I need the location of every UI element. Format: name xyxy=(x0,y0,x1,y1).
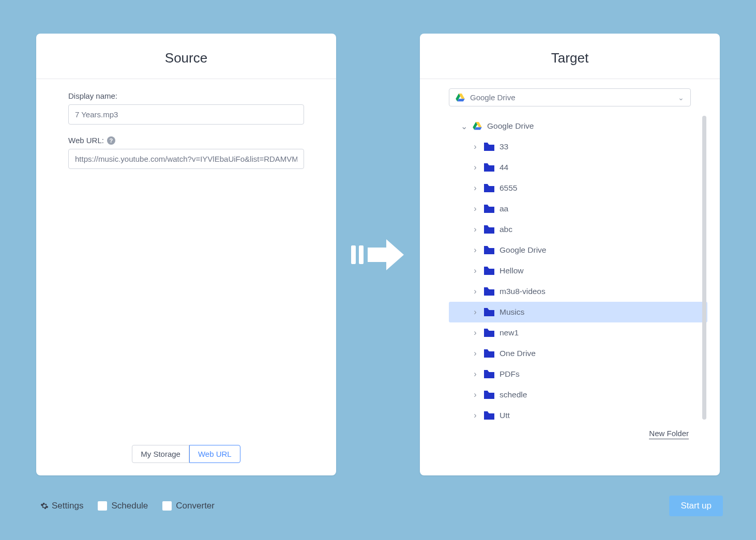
tree-folder[interactable]: › Hellow xyxy=(449,260,707,281)
checkbox-icon xyxy=(98,501,107,511)
folder-icon xyxy=(484,205,494,213)
tree-folder[interactable]: › aa xyxy=(449,198,707,219)
target-title: Target xyxy=(420,50,720,66)
folder-icon xyxy=(484,329,494,337)
start-up-button[interactable]: Start up xyxy=(669,496,723,516)
source-header: Source xyxy=(36,34,336,79)
arrow-right-icon xyxy=(368,238,405,271)
transfer-arrow xyxy=(351,238,405,271)
target-header: Target xyxy=(420,34,720,79)
checkbox-icon xyxy=(162,501,172,511)
tree-folder-selected[interactable]: › Musics xyxy=(449,302,707,322)
folder-icon xyxy=(484,391,494,399)
schedule-checkbox[interactable]: Schedule xyxy=(98,501,148,511)
help-icon[interactable]: ? xyxy=(107,136,115,145)
pause-bars-icon xyxy=(351,245,364,264)
settings-link[interactable]: Settings xyxy=(40,501,83,511)
tree-folder-label: One Drive xyxy=(500,349,536,358)
gear-icon xyxy=(40,502,49,510)
tree-folder[interactable]: › 44 xyxy=(449,157,707,178)
chevron-right-icon: › xyxy=(472,163,479,172)
tree-folder[interactable]: › abc xyxy=(449,219,707,240)
folder-icon xyxy=(484,163,494,172)
folder-icon xyxy=(484,225,494,234)
chevron-down-icon: ⌄ xyxy=(460,121,467,131)
tab-web-url[interactable]: Web URL xyxy=(189,445,240,463)
folder-icon xyxy=(484,411,494,420)
tree-folder-label: schedle xyxy=(500,390,527,399)
display-name-label: Display name: xyxy=(68,91,304,100)
chevron-right-icon: › xyxy=(472,349,479,358)
chevron-right-icon: › xyxy=(472,225,479,234)
schedule-label: Schedule xyxy=(111,501,148,511)
tree-folder[interactable]: › Utt xyxy=(449,405,707,420)
chevron-right-icon: › xyxy=(472,287,479,296)
tree-folder-label: PDFs xyxy=(500,369,520,379)
tree-folder-label: aa xyxy=(500,204,508,213)
chevron-right-icon: › xyxy=(472,411,479,420)
folder-tree: ⌄ Google Drive › 33 › xyxy=(449,116,707,420)
new-folder-button[interactable]: New Folder xyxy=(649,429,689,439)
chevron-right-icon: › xyxy=(472,369,479,379)
tree-folder[interactable]: › Google Drive xyxy=(449,240,707,260)
web-url-label: Web URL: ? xyxy=(68,136,304,145)
tree-root-label: Google Drive xyxy=(487,121,534,131)
tree-folder[interactable]: › m3u8-videos xyxy=(449,281,707,302)
tab-my-storage[interactable]: My Storage xyxy=(132,445,189,463)
chevron-right-icon: › xyxy=(472,390,479,399)
tree-folder-label: m3u8-videos xyxy=(500,287,546,296)
tree-folder-label: Hellow xyxy=(500,266,524,275)
drive-select[interactable]: Google Drive ⌄ xyxy=(449,88,691,106)
chevron-right-icon: › xyxy=(472,328,479,337)
gdrive-icon xyxy=(456,94,465,102)
source-title: Source xyxy=(36,50,336,66)
web-url-label-text: Web URL: xyxy=(68,136,104,145)
settings-label: Settings xyxy=(52,501,83,511)
folder-icon xyxy=(484,184,494,192)
chevron-right-icon: › xyxy=(472,204,479,213)
tree-folder-label: Google Drive xyxy=(500,245,546,255)
chevron-right-icon: › xyxy=(472,266,479,275)
converter-checkbox[interactable]: Converter xyxy=(162,501,215,511)
chevron-right-icon: › xyxy=(472,245,479,255)
tree-folder[interactable]: › 33 xyxy=(449,136,707,157)
tree-folder[interactable]: › new1 xyxy=(449,322,707,343)
web-url-input[interactable] xyxy=(68,149,304,169)
folder-icon xyxy=(484,267,494,275)
display-name-input[interactable] xyxy=(68,104,304,125)
tree-folder[interactable]: › PDFs xyxy=(449,364,707,384)
drive-select-label: Google Drive xyxy=(470,93,516,102)
tree-folder[interactable]: › schedle xyxy=(449,384,707,405)
tree-folder-label: new1 xyxy=(500,328,519,337)
tree-folder-label: Musics xyxy=(500,307,524,317)
chevron-right-icon: › xyxy=(472,183,479,193)
folder-icon xyxy=(484,308,494,316)
tree-folder-label: 33 xyxy=(500,142,508,151)
gdrive-icon xyxy=(473,122,482,130)
chevron-down-icon: ⌄ xyxy=(678,94,684,102)
tree-folder-label: Utt xyxy=(500,411,510,420)
folder-icon xyxy=(484,143,494,151)
tree-folder[interactable]: › One Drive xyxy=(449,343,707,364)
tree-folder-label: 6555 xyxy=(500,183,517,193)
footer: Settings Schedule Converter Start up xyxy=(40,496,723,516)
scrollbar-thumb[interactable] xyxy=(702,116,706,420)
tree-root[interactable]: ⌄ Google Drive xyxy=(449,116,707,136)
tree-folder-label: abc xyxy=(500,225,512,234)
converter-label: Converter xyxy=(176,501,215,511)
tree-folder[interactable]: › 6555 xyxy=(449,178,707,198)
folder-icon xyxy=(484,349,494,358)
folder-icon xyxy=(484,246,494,254)
source-panel: Source Display name: Web URL: ? My Stora… xyxy=(36,34,336,475)
chevron-right-icon: › xyxy=(472,307,479,317)
scrollbar[interactable] xyxy=(702,116,707,420)
target-panel: Target Google Drive ⌄ ⌄ xyxy=(420,34,720,475)
chevron-right-icon: › xyxy=(472,142,479,151)
tree-folder-label: 44 xyxy=(500,163,508,172)
folder-icon xyxy=(484,370,494,378)
source-tab-strip: My Storage Web URL xyxy=(36,445,336,463)
folder-icon xyxy=(484,287,494,296)
